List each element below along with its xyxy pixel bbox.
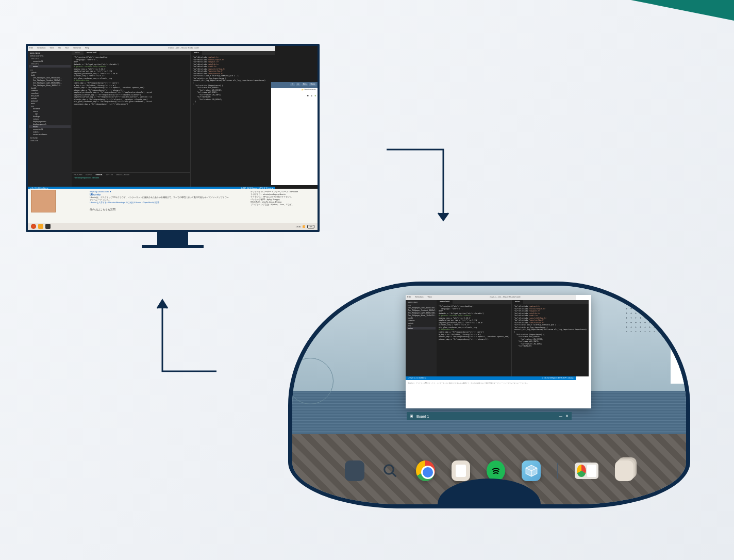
terminal-tab-debug[interactable]: DEBUG CONSOLE <box>116 174 129 176</box>
terminal-tab-output[interactable]: OUTPUT <box>86 174 92 176</box>
windows-stack-icon[interactable] <box>615 460 633 481</box>
browser-window[interactable]: ⟳ ⊡ Docs Status 📁 Other bookmarks ★ ≡ ● <box>271 82 318 185</box>
vr-vscode-titlebar[interactable]: Edit Selection View main.c - zen - Visua… <box>406 295 576 300</box>
vscode-sidebar[interactable]: EXPLORER OPEN EDITORS GROUP 1 meson.buil… <box>28 51 72 187</box>
3d-box-icon[interactable] <box>522 460 540 481</box>
files-icon[interactable] <box>452 460 470 481</box>
menu-help[interactable]: Help <box>85 46 89 51</box>
browser-btn[interactable]: ⟳ <box>290 83 295 86</box>
sidebar-timeline[interactable]: TIMELINE <box>29 139 71 142</box>
close-icon[interactable]: ✕ <box>565 414 569 418</box>
vr-dock <box>345 457 633 485</box>
tab-meson-build[interactable]: meson.build <box>84 51 99 55</box>
vr-headset-view: Edit Selection View main.c - zen - Visua… <box>288 282 690 508</box>
minimize-icon[interactable]: — <box>559 414 562 418</box>
monitor-base <box>142 245 204 248</box>
board-icon: ▣ <box>410 414 413 418</box>
tray-icon[interactable]: 📶 <box>303 225 305 228</box>
page-accent <box>528 0 734 21</box>
terminal-tab-jupyter[interactable]: JUPYTER <box>106 174 113 176</box>
vr-boundary-circle <box>288 358 333 404</box>
browser-toolbar: ⟳ ⊡ Docs Status <box>271 82 318 88</box>
file-screen-renderer[interactable]: screen-renderer.c <box>29 133 71 136</box>
vr-badge[interactable]: VR <box>307 225 314 228</box>
avatar-icon[interactable]: ● <box>314 94 316 97</box>
spotify-icon[interactable] <box>487 460 505 481</box>
tab-main-c-right[interactable]: main.c <box>191 51 202 55</box>
arrow-monitor-to-vr <box>384 147 451 229</box>
terminal-prompt[interactable]: ~/Desktop/repos/zen$ ./dev/zen <box>74 177 188 179</box>
terminal-tab-terminal[interactable]: TERMINAL <box>95 174 103 176</box>
monitor-screen: Edit Selection View Go Run Terminal Help… <box>26 44 320 232</box>
file-item-active[interactable]: main.c <box>29 65 71 68</box>
chrome-running-icon[interactable] <box>577 465 586 477</box>
svg-point-0 <box>385 465 394 474</box>
vr-floating-window[interactable]: Edit Selection View main.c - zen - Visua… <box>406 295 591 408</box>
menu-go[interactable]: Go <box>58 46 61 51</box>
browser-icons: ★ ≡ ● <box>271 92 318 98</box>
monitor-stand <box>157 232 188 245</box>
editor-right[interactable]: "kw">#include <getopt.h>"kw">#include <l… <box>191 55 275 187</box>
browser-btn-docs[interactable]: Docs <box>302 83 308 86</box>
window-title: main.c - zen - Visual Studio Code <box>168 46 198 51</box>
search-icon[interactable] <box>381 460 399 481</box>
info-lang: プログラミング言語：Python、Java、Cなど、 <box>251 203 312 206</box>
svg-line-1 <box>392 473 396 477</box>
result-links[interactable]: Ubuntuを入手する · Ubuntu Advantage のご紹介/Ubun… <box>90 201 230 204</box>
board-title: Board 1 <box>416 415 429 418</box>
vr-vscode-statusbar[interactable]: ⎇ 0 △ 0 ⓘ 1 ☐ realtime ⊙ Ln 107, Col 59 … <box>406 376 576 380</box>
vscode-titlebar[interactable]: Edit Selection View Go Run Terminal Help… <box>28 46 275 51</box>
desktop-content: https://jp.ubuntu.com ▼ Ubuntu Ubuntuは、デ… <box>28 189 318 230</box>
editor-tabs-right: main.c <box>191 51 275 55</box>
chrome-icon[interactable] <box>416 460 435 481</box>
vr-browser-window[interactable] <box>671 317 690 384</box>
dock-tray[interactable] <box>575 463 598 479</box>
terminal-icon[interactable] <box>45 224 51 229</box>
vr-vscode-sidebar[interactable]: EXPLORER zen Zen_Wallpaper_Dark_3840x216… <box>406 300 437 376</box>
people-also-ask[interactable]: 他の人はこちらも質問 <box>90 208 230 211</box>
vr-dot-grid <box>624 306 665 332</box>
editor-left[interactable]: "fn">project("str">'zen-desktop', langua… <box>72 55 190 172</box>
menu-view[interactable]: View <box>49 46 54 51</box>
clock[interactable]: 19:30 <box>295 225 301 228</box>
tab-main-c[interactable]: main.c <box>72 51 83 55</box>
bookmarks-icon: 📁 <box>302 89 304 91</box>
thumbnail-icon <box>31 190 56 212</box>
vr-editor-left[interactable]: "fn">project("str">'zen-desktop', langua… <box>437 304 511 376</box>
menu-icon[interactable]: ≡ <box>311 94 312 97</box>
vscode-window[interactable]: Edit Selection View Go Run Terminal Help… <box>28 46 275 190</box>
desktop-monitor: Edit Selection View Go Run Terminal Help… <box>26 44 320 245</box>
app-icon[interactable] <box>38 224 43 229</box>
vr-browser-content: Ubuntuは、デスクトップPCやクラウド、インターネットに接続されたあらゆる機… <box>406 380 591 406</box>
result-desc: Ubuntuは、デスクトップPCやクラウド、インターネットに接続されたあらゆる機… <box>90 196 230 201</box>
arrow-vr-to-monitor <box>155 294 222 376</box>
app-launcher-icon[interactable] <box>345 460 364 481</box>
terminal-tab-problems[interactable]: PROBLEMS <box>74 174 82 176</box>
dock-divider <box>557 463 558 479</box>
menu-run[interactable]: Run <box>65 46 69 51</box>
menu-selection[interactable]: Selection <box>37 46 45 51</box>
menu-edit[interactable]: Edit <box>29 46 33 51</box>
terminal-panel[interactable]: PROBLEMS OUTPUT TERMINAL JUPYTER DEBUG C… <box>72 172 190 187</box>
ubuntu-icon[interactable] <box>31 224 36 229</box>
taskbar: 19:30 📶 VR <box>28 223 318 230</box>
vr-vscode-window[interactable]: Edit Selection View main.c - zen - Visua… <box>406 295 576 380</box>
running-app-icon[interactable] <box>587 465 596 477</box>
bookmark-bar[interactable]: 📁 Other bookmarks <box>271 88 318 92</box>
star-icon[interactable]: ★ <box>307 94 309 97</box>
browser-btn-status[interactable]: Status <box>309 83 316 86</box>
vr-editor-right[interactable]: "kw">#include <getopt.h>"kw">#include <l… <box>512 304 589 376</box>
editor-tabs-left: main.c meson.build <box>72 51 190 55</box>
browser-btn[interactable]: ⊡ <box>296 83 301 86</box>
vr-board-titlebar[interactable]: ▣ Board 1 — ✕ <box>407 412 572 420</box>
menu-terminal[interactable]: Terminal <box>73 46 81 51</box>
